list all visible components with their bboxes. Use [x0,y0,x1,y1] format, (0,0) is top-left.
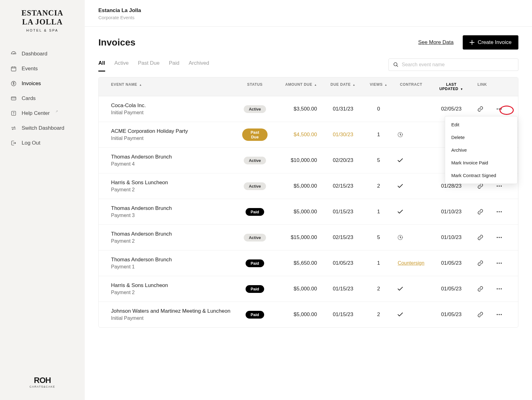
views-value: 1 [365,209,393,215]
menu-item-mark-invoice-paid[interactable]: Mark Invoice Paid [445,156,517,169]
sidebar-item-switch-dashboard[interactable]: Switch Dashboard [6,121,79,136]
col-amount[interactable]: Amount Due▲ [272,82,321,91]
table-row: Harris & Sons LuncheonPayment 2Paid$5,00… [99,276,518,302]
due-date-value: 02/20/23 [321,157,365,163]
link-icon[interactable] [477,209,487,215]
views-value: 2 [365,286,393,292]
link-icon[interactable] [477,106,487,112]
views-value: 2 [365,311,393,318]
page-actions: See More Data Create Invoice [418,35,518,50]
breadcrumb: Estancia La Jolla Corporate Events [85,0,532,27]
event-name: Harris & Sons Luncheon [111,282,234,289]
see-more-data-link[interactable]: See More Data [418,39,453,46]
last-updated-value: 02/05/23 [430,106,473,112]
link-icon[interactable] [477,286,487,292]
link-icon[interactable] [477,311,487,318]
menu-item-delete[interactable]: Delete [445,131,517,144]
row-menu-button[interactable] [496,285,506,292]
status-badge: Active [244,234,266,241]
last-updated-value: 01/28/23 [430,183,473,189]
amount-due-value: $3,500.00 [272,106,321,112]
col-due[interactable]: Due Date▲ [321,82,365,91]
sidebar-item-label: Help Center [22,110,50,116]
payment-label: Payment 2 [111,238,234,244]
sidebar: ESTANCIA LA JOLLA HOTEL & SPA DashboardE… [0,0,85,400]
search-input[interactable] [402,62,514,67]
sort-asc-icon: ▲ [384,83,388,86]
col-contract[interactable]: Contract [393,82,430,91]
views-value: 5 [365,157,393,163]
row-menu-button[interactable] [496,208,506,215]
svg-point-33 [497,314,498,315]
sidebar-item-dashboard[interactable]: Dashboard [6,46,79,61]
contract-cell [393,131,430,138]
tab-active[interactable]: Active [114,58,129,72]
views-value: 1 [365,260,393,266]
status-badge: Active [244,182,266,190]
payment-label: Payment 2 [111,187,234,193]
row-menu-button[interactable] [496,234,506,241]
check-icon [397,208,425,215]
tab-past-due[interactable]: Past Due [138,58,160,72]
tabs: AllActivePast DuePaidArchived [98,58,209,72]
sidebar-item-help-center[interactable]: Help Center↗ [6,106,79,121]
countersign-link[interactable]: Countersign [398,260,424,266]
col-views[interactable]: Views▲ [365,82,393,91]
last-updated-value: 01/05/23 [430,260,473,266]
svg-point-34 [499,314,500,315]
table-row: Thomas Anderson BrunchPayment 2Active$15… [99,225,518,250]
sidebar-item-label: Switch Dashboard [22,125,64,131]
event-name: Johnson Waters and Martinez Meeting & Lu… [111,308,234,314]
svg-point-5 [13,114,14,115]
due-date-value: 01/30/23 [321,132,365,138]
sidebar-item-events[interactable]: Events [6,61,79,76]
amount-due-value: $10,000.00 [272,157,321,163]
status-badge: Paid [246,259,264,267]
create-invoice-button[interactable]: Create Invoice [463,35,518,50]
event-name: Thomas Anderson Brunch [111,154,234,160]
event-name: Coca-Cola Inc. [111,102,234,109]
menu-item-edit[interactable]: Edit [445,118,517,131]
payment-label: Payment 4 [111,161,234,167]
status-badge: Active [244,157,266,164]
tab-paid[interactable]: Paid [169,58,179,72]
sort-asc-icon: ▲ [139,83,142,86]
contract-cell [393,208,430,215]
col-event[interactable]: Event Name▲ [99,82,238,91]
sort-asc-icon: ▲ [353,83,356,86]
due-date-value: 01/15/23 [321,286,365,292]
check-icon [397,311,425,318]
contract-cell [393,234,430,241]
dollar-icon [11,80,17,87]
link-icon[interactable] [477,234,487,241]
search-box[interactable] [388,59,518,71]
col-updated[interactable]: Last Updated▼ [430,82,473,91]
svg-point-20 [497,211,498,212]
brand-line1: ESTANCIA [9,9,75,18]
amount-due-value: $5,000.00 [272,209,321,215]
sidebar-item-invoices[interactable]: Invoices [6,76,79,91]
link-icon[interactable] [477,260,487,266]
menu-item-mark-contract-signed[interactable]: Mark Contract Signed [445,169,517,182]
amount-due-value: $5,000.00 [272,286,321,292]
invoice-table-wrap: Event Name▲ Status Amount Due▲ Due Date▲… [85,72,532,340]
svg-point-8 [499,108,500,110]
link-icon[interactable] [477,183,487,189]
row-menu-button[interactable] [496,311,506,318]
event-name: Thomas Anderson Brunch [111,257,234,263]
menu-item-archive[interactable]: Archive [445,144,517,156]
row-menu-button[interactable] [496,106,506,112]
sidebar-item-log-out[interactable]: Log Out [6,136,79,150]
tab-archived[interactable]: Archived [189,58,209,72]
sidebar-item-cards[interactable]: Cards [6,91,79,106]
card-icon [11,95,17,102]
table-header: Event Name▲ Status Amount Due▲ Due Date▲… [99,77,518,96]
table-body: Coca-Cola Inc.Initial PaymentActive$3,50… [99,96,518,327]
sidebar-footer-logo: ROH CARATS&CAKE [0,376,85,391]
views-value: 0 [365,106,393,112]
col-status[interactable]: Status [238,82,272,91]
clock-icon [397,234,425,241]
row-menu-button[interactable] [496,260,506,267]
svg-point-27 [497,263,498,264]
tab-all[interactable]: All [98,58,105,72]
